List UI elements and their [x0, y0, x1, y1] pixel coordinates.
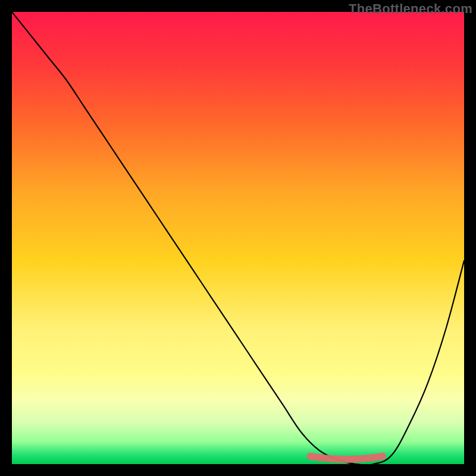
bottleneck-curve: [12, 12, 464, 465]
chart-frame: TheBottleneck.com: [0, 0, 476, 476]
optimal-valley-marker: [311, 456, 383, 459]
chart-overlay: [12, 12, 464, 464]
